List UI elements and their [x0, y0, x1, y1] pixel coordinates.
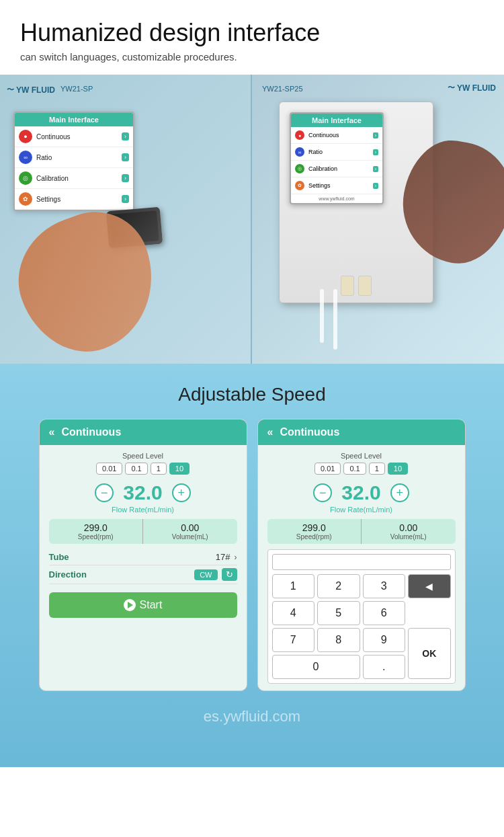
menu-label-ratio: Ratio [36, 154, 118, 161]
bottom-section: Adjustable Speed « Continuous Speed Leve… [0, 364, 504, 767]
panel-header-left: « Continuous [40, 420, 247, 445]
volume-label-left: Volume(mL) [149, 533, 232, 541]
speed-rpm-label-left: Speed(rpm) [54, 533, 138, 541]
speed-btn-r-10[interactable]: 10 [388, 463, 408, 475]
num-btn-3[interactable]: 3 [363, 574, 406, 598]
menu-label-settings: Settings [36, 196, 118, 203]
speed-rpm-value-left: 299.0 [54, 522, 138, 533]
flow-minus-left[interactable]: − [95, 483, 114, 502]
speed-btn-10[interactable]: 10 [169, 463, 190, 475]
start-play-icon [124, 599, 136, 611]
tube-value: 17# [216, 552, 230, 562]
menu-arrow-continuous: › [122, 132, 129, 141]
panel-left: « Continuous Speed Level 0.01 0.1 1 10 −… [39, 419, 247, 691]
device-left: 〜 YW FLUID YW21-SP Main Interface ● Cont… [0, 75, 252, 364]
flow-value-left: 32.0 [123, 481, 162, 504]
speed-btn-001[interactable]: 0.01 [96, 463, 122, 475]
num-btn-6[interactable]: 6 [363, 601, 406, 625]
arrow-r-continuous: › [373, 132, 378, 138]
num-btn-0[interactable]: 0 [272, 655, 360, 679]
website-label: www.ywfluid.com [291, 194, 382, 203]
direction-label: Direction [49, 569, 195, 580]
num-btn-7[interactable]: 7 [272, 628, 315, 652]
flow-plus-left[interactable]: + [172, 483, 191, 502]
menu-item-r-calibration: ◎ Calibration › [291, 161, 382, 177]
icon-continuous: ● [19, 130, 32, 143]
connectors [341, 276, 372, 296]
direction-cw-badge: CW [194, 569, 217, 580]
icon-r-continuous: ● [295, 130, 304, 140]
icon-ratio: ∞ [19, 151, 32, 164]
icon-r-ratio: ∞ [295, 147, 304, 157]
label-r-continuous: Continuous [308, 132, 369, 138]
screen-header-left: Main Interface [15, 113, 133, 126]
photo-section: 〜 YW FLUID YW21-SP Main Interface ● Cont… [0, 75, 504, 364]
menu-item-calibration: ◎ Calibration › [15, 168, 133, 189]
device-screen-right: Main Interface ● Continuous › ∞ Ratio › … [290, 112, 384, 204]
tube-arrow-icon[interactable]: › [235, 553, 237, 562]
speed-rpm-value-right: 299.0 [273, 522, 356, 533]
label-r-calibration: Calibration [308, 165, 369, 172]
speed-box-right: 299.0 Speed(rpm) [267, 519, 362, 544]
menu-item-r-settings: ✿ Settings › [291, 177, 382, 194]
start-button[interactable]: Start [49, 592, 237, 618]
flow-unit-right: Flow Rate(mL/min) [267, 506, 456, 514]
volume-value-left: 0.00 [149, 522, 232, 533]
flow-value-right: 32.0 [341, 481, 380, 504]
speed-btn-r-01[interactable]: 0.1 [343, 463, 366, 475]
menu-item-settings: ✿ Settings › [15, 189, 133, 210]
num-btn-backspace[interactable]: ◀ [408, 574, 451, 598]
num-btn-1[interactable]: 1 [272, 574, 315, 598]
page-title: Humanized design interface [20, 19, 484, 47]
speed-btn-1[interactable]: 1 [151, 463, 167, 475]
speed-btn-01[interactable]: 0.1 [125, 463, 147, 475]
menu-arrow-settings: › [122, 195, 129, 203]
panel-title-left: Continuous [61, 426, 121, 438]
speed-btn-r-1[interactable]: 1 [369, 463, 385, 475]
adjustable-title: Adjustable Speed [17, 384, 487, 405]
numpad-container: 1 2 3 ◀ 4 5 6 7 8 9 OK 0 . [267, 549, 456, 684]
top-section: Humanized design interface can switch la… [0, 0, 504, 75]
panel-body-right: Speed Level 0.01 0.1 1 10 − 32.0 + Flow … [258, 445, 465, 690]
tube-label: Tube [49, 552, 216, 562]
watermark: es.ywfluid.com [17, 698, 487, 735]
icon-calibration: ◎ [19, 171, 32, 185]
devices-container: 〜 YW FLUID YW21-SP Main Interface ● Cont… [0, 75, 504, 364]
back-icon-left[interactable]: « [49, 426, 55, 438]
volume-box-left: 0.00 Volume(mL) [143, 519, 237, 544]
menu-item-r-continuous: ● Continuous › [291, 127, 382, 144]
menu-label-continuous: Continuous [36, 133, 118, 141]
back-icon-right[interactable]: « [267, 426, 274, 438]
tube-right [333, 289, 337, 350]
flow-plus-right[interactable]: + [390, 483, 409, 502]
num-btn-4[interactable]: 4 [272, 601, 315, 625]
arrow-r-ratio: › [373, 149, 378, 155]
watermark-text: es.ywfluid.com [204, 708, 300, 725]
screen-header-right: Main Interface [291, 114, 382, 127]
device-right: 〜 YW FLUID YW21-SP25 Main Interface ● Co… [252, 75, 504, 364]
start-label: Start [140, 599, 163, 611]
num-btn-8[interactable]: 8 [317, 628, 360, 652]
menu-arrow-calibration: › [122, 174, 129, 182]
page-subtitle: can switch languages, customizable proce… [20, 51, 484, 63]
num-btn-dot[interactable]: . [363, 655, 406, 679]
flow-minus-right[interactable]: − [313, 483, 332, 502]
arrow-r-calibration: › [373, 166, 378, 172]
numpad-display[interactable] [272, 554, 451, 570]
num-btn-5[interactable]: 5 [317, 601, 360, 625]
flow-rate-row-right: − 32.0 + [267, 481, 456, 504]
direction-row: Direction CW ↻ [49, 565, 237, 584]
speed-btn-r-001[interactable]: 0.01 [314, 463, 341, 475]
tube-row: Tube 17# › [49, 549, 237, 565]
icon-settings: ✿ [19, 192, 32, 206]
brand-logo-left: 〜 YW FLUID [7, 85, 55, 95]
num-btn-9[interactable]: 9 [363, 628, 406, 652]
direction-rotate-icon[interactable]: ↻ [222, 568, 237, 581]
num-btn-2[interactable]: 2 [317, 574, 360, 598]
label-r-ratio: Ratio [308, 149, 369, 155]
brand-logo-right: 〜 YW FLUID [448, 83, 496, 93]
panel-header-right: « Continuous [258, 420, 465, 445]
menu-item-continuous: ● Continuous › [15, 126, 133, 147]
num-btn-ok[interactable]: OK [408, 628, 451, 679]
volume-value-right: 0.00 [367, 522, 450, 533]
